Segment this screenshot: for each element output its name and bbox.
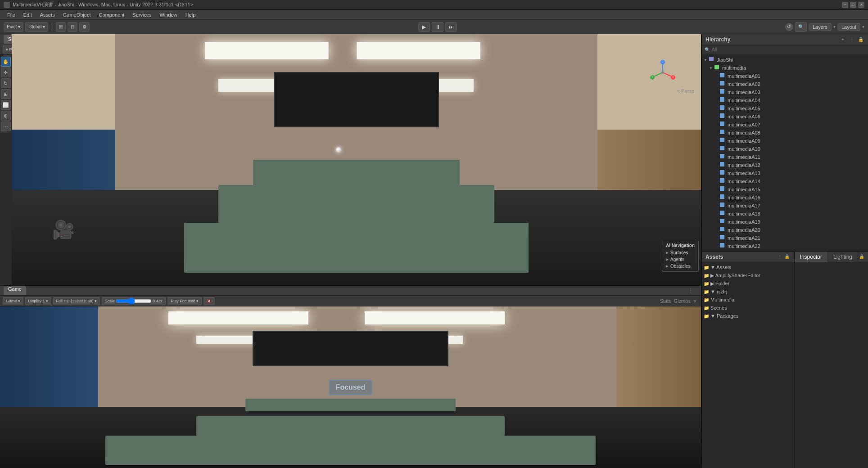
scene-canvas[interactable]: 🎥 Z X xyxy=(12,34,701,285)
tree-item-multimedia[interactable]: ▼multimedia xyxy=(702,64,868,72)
tree-item-multimediaA09[interactable]: multimediaA09 xyxy=(702,137,868,145)
ai-nav-surfaces[interactable]: ▶ Surfaces xyxy=(666,249,695,256)
tree-item-multimediaA06[interactable]: multimediaA06 xyxy=(702,112,868,121)
step-button[interactable]: ⏭ xyxy=(445,22,457,32)
hierarchy-search-input[interactable] xyxy=(712,47,865,52)
menu-edit[interactable]: Edit xyxy=(20,11,36,18)
tree-item-multimediaA07[interactable]: multimediaA07 xyxy=(702,121,868,129)
global-button[interactable]: Global ▾ xyxy=(25,22,48,32)
tree-item-multimediaA11[interactable]: multimediaA11 xyxy=(702,153,868,161)
pause-button[interactable]: ⏸ xyxy=(432,22,443,32)
scale-text: Scale xyxy=(105,299,115,303)
lighting-tab[interactable]: Lighting xyxy=(828,252,858,262)
hierarchy-lock-btn[interactable]: 🔒 xyxy=(857,36,864,43)
tree-item-multimediaA05[interactable]: multimediaA05 xyxy=(702,104,868,112)
tree-arrow-multimedia: ▼ xyxy=(709,66,714,70)
snap-settings-button[interactable]: ⚙ xyxy=(79,22,90,32)
project-item-5[interactable]: 📁 Scenes xyxy=(702,304,794,312)
project-item-0[interactable]: 📁 ▼ Assets xyxy=(702,263,794,271)
game-tab[interactable]: Game xyxy=(4,286,26,295)
minimize-button[interactable]: ─ xyxy=(842,2,848,8)
move-tool[interactable]: ✛ xyxy=(1,68,11,77)
tree-item-st[interactable]: ▶st xyxy=(702,250,868,251)
tree-item-multimediaA03[interactable]: multimediaA03 xyxy=(702,88,868,96)
ai-nav-agents[interactable]: ▶ Agents xyxy=(666,256,695,263)
tree-item-multimediaA17[interactable]: multimediaA17 xyxy=(702,202,868,210)
project-lock-btn[interactable]: 🔒 xyxy=(783,253,791,261)
grid-button[interactable]: ⊞ xyxy=(56,22,66,32)
agents-arrow: ▶ xyxy=(666,257,669,261)
layers-arrow: ▾ xyxy=(833,24,836,29)
tree-item-multimediaA14[interactable]: multimediaA14 xyxy=(702,177,868,185)
stats-label[interactable]: Stats xyxy=(660,298,671,304)
ai-nav-obstacles[interactable]: ▶ Obstacles xyxy=(666,263,695,270)
game-options-btn[interactable]: ▾ xyxy=(693,297,696,305)
tree-item-multimediaA22[interactable]: multimediaA22 xyxy=(702,242,868,250)
maximize-button[interactable]: □ xyxy=(850,2,856,8)
play-button[interactable]: ▶ xyxy=(418,22,430,32)
display-select[interactable]: Display 1 ▾ xyxy=(25,297,51,305)
inspector-tab[interactable]: Inspector xyxy=(795,252,828,262)
gizmo-widget[interactable]: Z X Y xyxy=(649,59,676,87)
pivot-button[interactable]: Pivot ▾ xyxy=(4,22,23,32)
tree-item-multimediaA04[interactable]: multimediaA04 xyxy=(702,96,868,104)
snapping-button[interactable]: ⊟ xyxy=(68,22,77,32)
tree-item-multimediaA01[interactable]: multimediaA01 xyxy=(702,72,868,80)
menu-gameobject[interactable]: GameObject xyxy=(59,11,95,18)
game-display-select[interactable]: Game ▾ xyxy=(3,297,23,305)
undo-history-button[interactable]: ↺ xyxy=(785,23,793,31)
game-screen xyxy=(253,331,449,366)
menu-services[interactable]: Services xyxy=(129,11,155,18)
tree-label-jiaoShi: JiaoShi xyxy=(717,57,733,63)
hierarchy-add-btn[interactable]: + xyxy=(839,36,846,43)
scale-tool[interactable]: ⊞ xyxy=(1,89,11,99)
search-button[interactable]: 🔍 xyxy=(795,22,807,32)
hierarchy-tree[interactable]: ▼JiaoShi▼multimedia multimediaA01 multim… xyxy=(702,55,868,251)
tree-item-multimediaA19[interactable]: multimediaA19 xyxy=(702,218,868,226)
tree-item-multimediaA13[interactable]: multimediaA13 xyxy=(702,169,868,177)
mute-button[interactable]: 🔇 xyxy=(203,297,215,305)
tree-label-multimediaA17: multimediaA17 xyxy=(728,203,760,208)
menu-help[interactable]: Help xyxy=(182,11,199,18)
layers-button[interactable]: Layers xyxy=(809,23,832,31)
game-toolbar-right: Stats Gizmos ▾ xyxy=(660,297,698,305)
menu-component[interactable]: Component xyxy=(95,11,128,18)
project-item-3[interactable]: 📁 ▼ njzIrj xyxy=(702,288,794,296)
extra-tool[interactable]: ⋯ xyxy=(1,122,11,131)
tree-item-multimediaA10[interactable]: multimediaA10 xyxy=(702,145,868,153)
tree-item-multimediaA18[interactable]: multimediaA18 xyxy=(702,210,868,218)
tree-item-multimediaA15[interactable]: multimediaA15 xyxy=(702,185,868,194)
rotate-tool[interactable]: ↻ xyxy=(1,78,11,88)
scale-slider[interactable] xyxy=(116,297,152,305)
project-menu-btn[interactable]: ⋮ xyxy=(776,253,783,261)
tree-item-multimediaA20[interactable]: multimediaA20 xyxy=(702,226,868,234)
project-item-2[interactable]: 📁 ▶ Folder xyxy=(702,279,794,288)
layout-button[interactable]: Layout xyxy=(837,23,860,31)
project-tree[interactable]: 📁 ▼ Assets📁 ▶ AmplifyShaderEditor📁 ▶ Fol… xyxy=(702,262,794,468)
resolution-select[interactable]: Full HD (1920x1080) ▾ xyxy=(53,297,100,305)
tree-item-multimediaA16[interactable]: multimediaA16 xyxy=(702,194,868,202)
menu-file[interactable]: File xyxy=(4,11,19,18)
close-button[interactable]: ✕ xyxy=(858,2,864,8)
inspector-lock-btn[interactable]: 🔒 xyxy=(858,253,865,261)
hierarchy-menu-btn[interactable]: ⋮ xyxy=(848,36,855,43)
rect-tool[interactable]: ⬜ xyxy=(1,100,11,110)
tree-item-multimediaA02[interactable]: multimediaA02 xyxy=(702,80,868,88)
game-menu-btn[interactable]: ⋮ xyxy=(687,287,694,294)
play-focused-select[interactable]: Play Focused ▾ xyxy=(167,297,202,305)
menu-assets[interactable]: Assets xyxy=(36,11,59,18)
project-item-6[interactable]: 📁 ▼ Packages xyxy=(702,312,794,320)
scale-control[interactable]: Scale 0.42x xyxy=(102,297,166,305)
gizmos-game-label[interactable]: Gizmos xyxy=(674,298,691,304)
game-toolbar: Game ▾ Display 1 ▾ Full HD (1920x1080) ▾… xyxy=(0,296,701,306)
project-item-4[interactable]: 📁 Multimedia xyxy=(702,296,794,304)
tree-item-jiaoShi[interactable]: ▼JiaoShi xyxy=(702,56,868,64)
tree-item-multimediaA12[interactable]: multimediaA12 xyxy=(702,161,868,169)
tree-item-multimediaA08[interactable]: multimediaA08 xyxy=(702,129,868,137)
scene-tools: ✋ ✛ ↻ ⊞ ⬜ ⊕ ⋯ xyxy=(0,55,12,133)
menu-window[interactable]: Window xyxy=(156,11,181,18)
hand-tool[interactable]: ✋ xyxy=(1,57,11,67)
project-item-1[interactable]: 📁 ▶ AmplifyShaderEditor xyxy=(702,271,794,279)
transform-tool[interactable]: ⊕ xyxy=(1,111,11,121)
tree-item-multimediaA21[interactable]: multimediaA21 xyxy=(702,234,868,242)
